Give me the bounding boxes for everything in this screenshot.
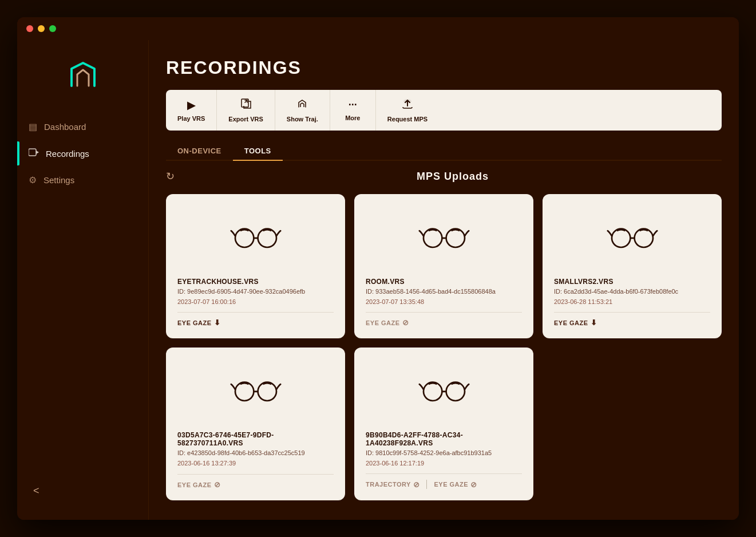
glasses-icon-3 xyxy=(607,220,658,254)
refresh-button[interactable]: ↻ xyxy=(166,170,175,183)
card-footer-5: TRAJECTORY ⊘ EYE GAZE ⊘ xyxy=(366,473,522,489)
play-icon: ▶ xyxy=(187,99,195,112)
card-name-2: ROOM.VRS xyxy=(366,278,522,286)
sidebar-item-dashboard[interactable]: ▤ Dashboard xyxy=(17,114,148,139)
tab-on-device[interactable]: ON-DEVICE xyxy=(166,142,233,161)
maximize-button[interactable] xyxy=(49,25,56,32)
card-date-4: 2023-06-16 13:27:39 xyxy=(177,460,334,467)
recording-card-2[interactable]: ROOM.VRS ID: 933aeb58-1456-4d65-bad4-dc1… xyxy=(354,194,533,338)
section-title: MPS Uploads xyxy=(184,171,722,183)
recording-card-4[interactable]: 03D5A7C3-6746-45E7-9DFD-5827370711A0.VRS… xyxy=(166,348,345,500)
request-mps-button[interactable]: Request MPS xyxy=(376,90,439,131)
settings-icon: ⚙ xyxy=(29,175,37,185)
recording-card-5[interactable]: 9B90B4D6-A2FF-4788-AC34-1A40238F928A.VRS… xyxy=(354,348,533,500)
download-icon-1: ⬇ xyxy=(214,318,221,327)
disabled-icon-4: ⊘ xyxy=(214,480,221,489)
close-button[interactable] xyxy=(26,25,33,32)
card-id-2: ID: 933aeb58-1456-4d65-bad4-dc155806848a xyxy=(366,288,522,295)
tabs: ON-DEVICE TOOLS xyxy=(166,142,722,161)
svg-point-3 xyxy=(403,99,411,104)
recording-card-1[interactable]: EYETRACKHOUSE.VRS ID: 9e89ec9d-6905-4d47… xyxy=(166,194,345,338)
download-icon-3: ⬇ xyxy=(591,318,597,327)
active-indicator xyxy=(17,141,19,165)
sidebar-nav: ▤ Dashboard Recordings ⚙ xyxy=(17,114,148,473)
card-thumbnail-2 xyxy=(366,206,522,268)
svg-point-8 xyxy=(612,229,630,247)
eye-gaze-badge-1: EYE GAZE ⬇ xyxy=(177,318,220,327)
app-window: ▤ Dashboard Recordings ⚙ xyxy=(17,17,739,520)
svg-point-11 xyxy=(258,382,276,401)
disabled-icon-2: ⊘ xyxy=(402,318,409,327)
svg-point-10 xyxy=(235,382,254,401)
title-bar xyxy=(17,17,739,40)
more-icon: ··· xyxy=(349,99,357,111)
card-thumbnail-1 xyxy=(177,206,334,268)
sidebar-collapse-button[interactable]: < xyxy=(29,483,44,499)
page-title: RECORDINGS xyxy=(166,57,722,78)
svg-point-4 xyxy=(235,229,254,247)
svg-marker-1 xyxy=(36,151,39,154)
eye-gaze-label-2: EYE GAZE xyxy=(366,319,400,326)
card-name-5: 9B90B4D6-A2FF-4788-AC34-1A40238F928A.VRS xyxy=(366,431,522,447)
sidebar-item-recordings[interactable]: Recordings xyxy=(17,141,148,165)
card-date-2: 2023-07-07 13:35:48 xyxy=(366,298,522,305)
main-content: RECORDINGS ▶ Play VRS Export VRS xyxy=(149,40,739,520)
app-logo-icon xyxy=(66,57,100,92)
upload-icon xyxy=(401,98,414,112)
card-date-3: 2023-06-28 11:53:21 xyxy=(554,298,710,305)
show-traj-label: Show Traj. xyxy=(287,116,318,123)
play-vrs-label: Play VRS xyxy=(177,115,205,122)
svg-point-13 xyxy=(446,382,464,401)
card-footer-1: EYE GAZE ⬇ xyxy=(177,312,334,327)
play-vrs-button[interactable]: ▶ Play VRS xyxy=(166,90,217,131)
tab-tools[interactable]: TOOLS xyxy=(233,142,283,161)
minimize-button[interactable] xyxy=(38,25,45,32)
disabled-icon-5a: ⊘ xyxy=(413,480,420,489)
section-header: ↻ MPS Uploads xyxy=(166,170,722,183)
app-body: ▤ Dashboard Recordings ⚙ xyxy=(17,40,739,520)
card-footer-2: EYE GAZE ⊘ xyxy=(366,312,522,327)
card-thumbnail-5 xyxy=(366,359,522,422)
card-name-4: 03D5A7C3-6746-45E7-9DFD-5827370711A0.VRS xyxy=(177,431,334,447)
trajectory-label-5: TRAJECTORY xyxy=(366,481,411,488)
svg-rect-0 xyxy=(29,149,36,156)
glasses-icon-4 xyxy=(230,373,282,408)
trajectory-badge-5: TRAJECTORY ⊘ xyxy=(366,480,419,489)
more-button[interactable]: ··· More xyxy=(330,90,376,131)
show-traj-button[interactable]: Show Traj. xyxy=(275,90,330,131)
eye-gaze-label-3: EYE GAZE xyxy=(554,319,588,326)
card-id-1: ID: 9e89ec9d-6905-4d47-90ee-932ca0496efb xyxy=(177,288,334,295)
eye-gaze-badge-3: EYE GAZE ⬇ xyxy=(554,318,597,327)
svg-point-12 xyxy=(423,382,442,401)
export-vrs-button[interactable]: Export VRS xyxy=(217,90,275,131)
toolbar: ▶ Play VRS Export VRS xyxy=(166,90,722,131)
card-date-5: 2023-06-16 12:17:19 xyxy=(366,460,522,467)
card-id-5: ID: 9810c99f-5758-4252-9e6a-afbc91b931a5 xyxy=(366,449,522,456)
badge-divider-5 xyxy=(426,480,427,489)
eye-gaze-label-4: EYE GAZE xyxy=(177,481,212,488)
sidebar-item-label: Dashboard xyxy=(44,122,86,132)
sidebar-recordings-label: Recordings xyxy=(46,149,89,159)
cards-grid: EYETRACKHOUSE.VRS ID: 9e89ec9d-6905-4d47… xyxy=(166,194,722,500)
svg-point-6 xyxy=(423,229,442,247)
sidebar-item-settings[interactable]: ⚙ Settings xyxy=(17,168,148,192)
card-thumbnail-3 xyxy=(554,206,710,268)
card-footer-4: EYE GAZE ⊘ xyxy=(177,474,334,489)
eye-gaze-badge-5: EYE GAZE ⊘ xyxy=(434,480,477,489)
recording-card-3[interactable]: SMALLVRS2.VRS ID: 6ca2dd3d-45ae-4dda-b6f… xyxy=(543,194,722,338)
card-name-3: SMALLVRS2.VRS xyxy=(554,278,710,286)
svg-point-5 xyxy=(258,229,276,247)
sidebar-bottom: < xyxy=(17,473,148,508)
more-label: More xyxy=(345,114,360,121)
card-date-1: 2023-07-07 16:00:16 xyxy=(177,298,334,305)
export-icon xyxy=(240,98,252,112)
card-name-1: EYETRACKHOUSE.VRS xyxy=(177,278,334,286)
request-mps-label: Request MPS xyxy=(387,116,428,123)
dashboard-icon: ▤ xyxy=(29,121,37,132)
eye-gaze-label-1: EYE GAZE xyxy=(177,319,212,326)
glasses-icon-2 xyxy=(418,220,470,254)
sidebar: ▤ Dashboard Recordings ⚙ xyxy=(17,40,149,520)
card-id-4: ID: e423850d-98fd-40b6-b653-da37cc25c519 xyxy=(177,449,334,456)
traj-icon xyxy=(296,98,308,112)
recordings-icon xyxy=(29,148,39,159)
